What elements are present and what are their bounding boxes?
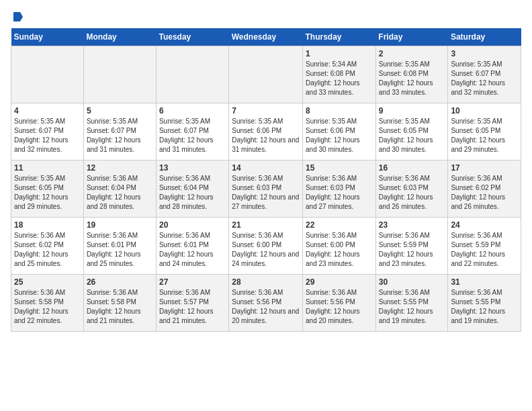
day-info: Sunrise: 5:35 AMSunset: 6:08 PMDaylight:… [379,60,445,97]
day-info: Sunrise: 5:36 AMSunset: 5:59 PMDaylight:… [451,231,518,269]
calendar-cell: 2Sunrise: 5:35 AMSunset: 6:08 PMDaylight… [375,46,448,103]
calendar-cell: 18Sunrise: 5:36 AMSunset: 6:02 PMDayligh… [11,218,84,275]
day-info: Sunrise: 5:35 AMSunset: 6:07 PMDaylight:… [87,117,153,154]
day-info: Sunrise: 5:35 AMSunset: 6:05 PMDaylight:… [14,174,81,212]
day-info: Sunrise: 5:36 AMSunset: 5:59 PMDaylight:… [379,231,445,269]
day-number: 30 [379,277,445,287]
day-info: Sunrise: 5:36 AMSunset: 6:00 PMDaylight:… [306,231,373,269]
calendar-cell: 11Sunrise: 5:35 AMSunset: 6:05 PMDayligh… [11,161,84,218]
calendar-cell: 5Sunrise: 5:35 AMSunset: 6:07 PMDaylight… [83,103,156,161]
day-info: Sunrise: 5:35 AMSunset: 6:05 PMDaylight:… [451,117,518,154]
day-number: 8 [306,106,373,116]
day-number: 14 [232,163,300,173]
day-info: Sunrise: 5:35 AMSunset: 6:07 PMDaylight:… [14,117,81,154]
day-number: 17 [451,163,518,173]
day-info: Sunrise: 5:36 AMSunset: 5:56 PMDaylight:… [232,288,300,326]
day-number: 25 [14,277,81,287]
day-info: Sunrise: 5:36 AMSunset: 5:57 PMDaylight:… [159,288,226,326]
day-number: 19 [87,220,153,230]
calendar-cell: 17Sunrise: 5:36 AMSunset: 6:02 PMDayligh… [448,161,521,218]
day-info: Sunrise: 5:36 AMSunset: 5:58 PMDaylight:… [14,288,81,326]
day-info: Sunrise: 5:35 AMSunset: 6:05 PMDaylight:… [379,117,445,154]
calendar-cell: 30Sunrise: 5:36 AMSunset: 5:55 PMDayligh… [375,275,448,332]
day-info: Sunrise: 5:35 AMSunset: 6:06 PMDaylight:… [306,117,373,154]
day-number: 1 [306,49,373,58]
calendar-cell: 3Sunrise: 5:35 AMSunset: 6:07 PMDaylight… [448,46,521,103]
calendar-cell [83,46,156,103]
calendar-cell: 21Sunrise: 5:36 AMSunset: 6:00 PMDayligh… [229,218,303,275]
calendar-cell: 26Sunrise: 5:36 AMSunset: 5:58 PMDayligh… [83,275,156,332]
day-info: Sunrise: 5:36 AMSunset: 6:01 PMDaylight:… [159,231,226,269]
day-info: Sunrise: 5:36 AMSunset: 6:02 PMDaylight:… [451,174,518,212]
calendar-cell: 23Sunrise: 5:36 AMSunset: 5:59 PMDayligh… [375,218,448,275]
calendar-cell: 10Sunrise: 5:35 AMSunset: 6:05 PMDayligh… [448,103,521,161]
weekday-header-thursday: Thursday [303,28,376,46]
calendar-cell: 20Sunrise: 5:36 AMSunset: 6:01 PMDayligh… [156,218,228,275]
day-info: Sunrise: 5:36 AMSunset: 6:01 PMDaylight:… [87,231,153,269]
calendar-cell: 29Sunrise: 5:36 AMSunset: 5:56 PMDayligh… [303,275,376,332]
calendar-cell: 19Sunrise: 5:36 AMSunset: 6:01 PMDayligh… [83,218,156,275]
day-number: 24 [451,220,518,230]
weekday-header-sunday: Sunday [11,28,84,46]
calendar-cell [156,46,228,103]
day-number: 18 [14,220,81,230]
calendar-week-5: 25Sunrise: 5:36 AMSunset: 5:58 PMDayligh… [11,275,521,332]
calendar-cell: 24Sunrise: 5:36 AMSunset: 5:59 PMDayligh… [448,218,521,275]
day-info: Sunrise: 5:36 AMSunset: 5:55 PMDaylight:… [379,288,445,326]
calendar-cell: 7Sunrise: 5:35 AMSunset: 6:06 PMDaylight… [229,103,303,161]
day-number: 2 [379,49,445,58]
weekday-header-row: SundayMondayTuesdayWednesdayThursdayFrid… [11,28,521,46]
logo [11,11,24,23]
day-number: 6 [159,106,226,116]
day-number: 27 [159,277,226,287]
weekday-header-saturday: Saturday [448,28,521,46]
day-info: Sunrise: 5:34 AMSunset: 6:08 PMDaylight:… [306,60,373,97]
day-number: 29 [306,277,373,287]
calendar-cell: 9Sunrise: 5:35 AMSunset: 6:05 PMDaylight… [375,103,448,161]
weekday-header-friday: Friday [375,28,448,46]
calendar-cell: 25Sunrise: 5:36 AMSunset: 5:58 PMDayligh… [11,275,84,332]
calendar-cell: 31Sunrise: 5:36 AMSunset: 5:55 PMDayligh… [448,275,521,332]
day-info: Sunrise: 5:36 AMSunset: 5:58 PMDaylight:… [87,288,153,326]
day-number: 10 [451,106,518,116]
day-number: 31 [451,277,518,287]
day-number: 15 [306,163,373,173]
calendar-week-1: 1Sunrise: 5:34 AMSunset: 6:08 PMDaylight… [11,46,521,103]
calendar-cell: 16Sunrise: 5:36 AMSunset: 6:03 PMDayligh… [375,161,448,218]
day-number: 16 [379,163,445,173]
day-info: Sunrise: 5:36 AMSunset: 6:00 PMDaylight:… [232,231,300,269]
calendar-week-4: 18Sunrise: 5:36 AMSunset: 6:02 PMDayligh… [11,218,521,275]
day-number: 13 [159,163,226,173]
svg-marker-0 [13,12,23,21]
day-info: Sunrise: 5:35 AMSunset: 6:07 PMDaylight:… [159,117,226,154]
calendar-cell: 12Sunrise: 5:36 AMSunset: 6:04 PMDayligh… [83,161,156,218]
calendar-cell: 8Sunrise: 5:35 AMSunset: 6:06 PMDaylight… [303,103,376,161]
calendar-cell: 28Sunrise: 5:36 AMSunset: 5:56 PMDayligh… [229,275,303,332]
logo-arrow-icon [12,11,24,23]
day-number: 7 [232,106,300,116]
day-info: Sunrise: 5:35 AMSunset: 6:07 PMDaylight:… [451,60,518,97]
day-number: 23 [379,220,445,230]
day-number: 11 [14,163,81,173]
day-info: Sunrise: 5:36 AMSunset: 6:03 PMDaylight:… [306,174,373,212]
day-number: 20 [159,220,226,230]
calendar-cell: 14Sunrise: 5:36 AMSunset: 6:03 PMDayligh… [229,161,303,218]
weekday-header-tuesday: Tuesday [156,28,228,46]
calendar-week-3: 11Sunrise: 5:35 AMSunset: 6:05 PMDayligh… [11,161,521,218]
calendar-cell: 6Sunrise: 5:35 AMSunset: 6:07 PMDaylight… [156,103,228,161]
day-number: 3 [451,49,518,58]
calendar-cell: 27Sunrise: 5:36 AMSunset: 5:57 PMDayligh… [156,275,228,332]
day-info: Sunrise: 5:36 AMSunset: 6:02 PMDaylight:… [14,231,81,269]
page-header [11,11,521,23]
day-info: Sunrise: 5:36 AMSunset: 6:03 PMDaylight:… [232,174,300,212]
calendar-cell: 1Sunrise: 5:34 AMSunset: 6:08 PMDaylight… [303,46,376,103]
day-number: 12 [87,163,153,173]
calendar-cell [11,46,84,103]
weekday-header-wednesday: Wednesday [229,28,303,46]
day-number: 21 [232,220,300,230]
day-info: Sunrise: 5:36 AMSunset: 5:56 PMDaylight:… [306,288,373,326]
calendar-week-2: 4Sunrise: 5:35 AMSunset: 6:07 PMDaylight… [11,103,521,161]
day-number: 26 [87,277,153,287]
calendar-cell: 15Sunrise: 5:36 AMSunset: 6:03 PMDayligh… [303,161,376,218]
calendar-table: SundayMondayTuesdayWednesdayThursdayFrid… [11,28,521,332]
